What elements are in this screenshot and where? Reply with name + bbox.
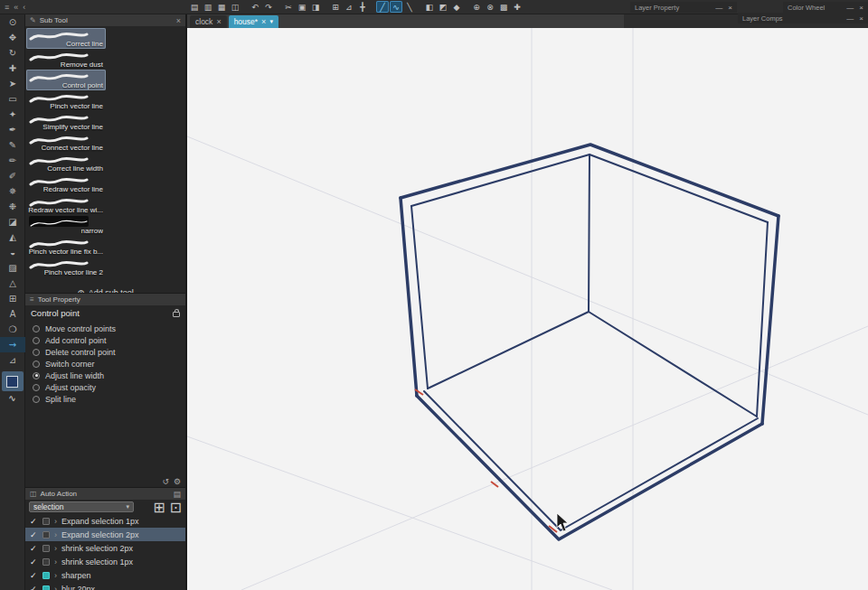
checkbox-checked-icon[interactable]: ✓ bbox=[30, 530, 38, 539]
airbrush-tool-icon[interactable]: ✵ bbox=[0, 183, 25, 199]
add-subtool-button[interactable]: ⊕ Add sub tool bbox=[25, 283, 185, 294]
document-tab[interactable]: clock × ▾ bbox=[190, 15, 227, 28]
subtool-item[interactable]: Connect vector line bbox=[26, 132, 106, 153]
tool-property-option[interactable]: Switch corner bbox=[25, 358, 185, 370]
subtool-item[interactable]: Control point bbox=[26, 70, 106, 90]
minimize-icon[interactable]: — bbox=[715, 4, 722, 12]
checkbox-checked-icon[interactable]: ✓ bbox=[30, 557, 38, 567]
snap-ruler-icon[interactable]: ⊿ bbox=[343, 1, 355, 13]
eraser-tool-icon[interactable]: ◪ bbox=[0, 214, 25, 229]
close-icon[interactable]: × bbox=[859, 4, 863, 12]
reset-tool-icon[interactable]: ↺ bbox=[162, 477, 169, 486]
tool-property-option[interactable]: Adjust line width bbox=[25, 370, 185, 381]
auto-action-row[interactable]: ✓ › sharpen bbox=[25, 568, 185, 582]
radio-icon[interactable] bbox=[33, 384, 40, 391]
frame-border-tool-icon[interactable]: ⊞ bbox=[0, 291, 25, 306]
radio-icon[interactable] bbox=[33, 396, 40, 403]
tab-menu-icon[interactable]: ▾ bbox=[269, 18, 273, 25]
line-correction-tool-icon[interactable]: ⇝ bbox=[0, 337, 25, 352]
expand-chevron-icon[interactable]: › bbox=[54, 544, 57, 553]
undo-icon[interactable]: ↶ bbox=[249, 1, 261, 13]
save-icon[interactable]: ▦ bbox=[215, 1, 228, 13]
close-icon[interactable]: × bbox=[859, 14, 863, 23]
zoom-tool-icon[interactable]: ⊙ bbox=[0, 14, 25, 30]
wrench-settings-icon[interactable]: ⚙ bbox=[174, 477, 181, 486]
expand-chevron-icon[interactable]: › bbox=[54, 557, 57, 567]
ruler-tool-icon[interactable]: ⊿ bbox=[0, 352, 25, 368]
close-tab-icon[interactable]: × bbox=[261, 17, 266, 26]
new-file-icon[interactable]: ▤ bbox=[188, 1, 201, 13]
checkbox-checked-icon[interactable]: ✓ bbox=[30, 517, 38, 526]
auto-action-row[interactable]: ✓ › shrink selection 2px bbox=[25, 541, 185, 555]
material-panel-icon[interactable]: ◧ bbox=[423, 1, 436, 13]
checkbox-checked-icon[interactable]: ✓ bbox=[30, 585, 38, 590]
redo-icon[interactable]: ↷ bbox=[262, 1, 275, 13]
subtool-item[interactable]: narrow bbox=[26, 215, 106, 236]
subtool-item[interactable]: Pinch vector line 2 bbox=[26, 257, 106, 277]
line-style-icon[interactable]: ∿ bbox=[0, 393, 24, 403]
tool-property-option[interactable]: Delete control point bbox=[25, 346, 185, 358]
balloon-tool-icon[interactable]: ❍ bbox=[0, 322, 25, 337]
open-file-icon[interactable]: ▥ bbox=[202, 1, 214, 13]
figure-tool-icon[interactable]: △ bbox=[0, 276, 25, 291]
cut-icon[interactable]: ✂ bbox=[282, 1, 295, 13]
lock-icon[interactable] bbox=[173, 312, 180, 317]
minimize-icon[interactable]: — bbox=[846, 14, 854, 23]
fill-tool-icon[interactable]: ◒ bbox=[0, 245, 25, 260]
tool-property-option[interactable]: Add control point bbox=[25, 334, 185, 346]
tool-property-header[interactable]: ≡ Tool Property bbox=[25, 294, 185, 305]
transform-icon[interactable]: ✚ bbox=[511, 1, 524, 13]
add-layer-icon[interactable]: ⊕ bbox=[470, 1, 483, 13]
close-tab-icon[interactable]: × bbox=[216, 17, 221, 26]
tool-property-option[interactable]: Split line bbox=[25, 393, 185, 405]
hand-tool-icon[interactable]: ✥ bbox=[0, 30, 25, 45]
auto-action-row[interactable]: ✓ › Expand selection 1px bbox=[25, 514, 185, 528]
radio-icon[interactable] bbox=[33, 361, 40, 368]
copy-icon[interactable]: ▣ bbox=[296, 1, 308, 13]
text-tool-icon[interactable]: A bbox=[0, 306, 25, 322]
close-icon[interactable]: × bbox=[728, 4, 732, 12]
subtool-panel-header[interactable]: ✎ Sub Tool × bbox=[25, 14, 185, 26]
current-color-cell[interactable] bbox=[2, 371, 24, 391]
print-icon[interactable]: ◫ bbox=[229, 1, 241, 13]
gradient-tool-icon[interactable]: ▨ bbox=[0, 260, 25, 276]
checkbox-checked-icon[interactable]: ✓ bbox=[30, 571, 38, 580]
blend-tool-icon[interactable]: ◭ bbox=[0, 229, 25, 245]
auto-select-tool-icon[interactable]: ✦ bbox=[0, 107, 25, 122]
panel-menu-icon[interactable]: ▤ bbox=[173, 490, 181, 499]
checkbox-checked-icon[interactable]: ✓ bbox=[30, 544, 38, 553]
radio-icon[interactable] bbox=[33, 372, 40, 379]
prev-arrow-icon[interactable]: ‹ bbox=[23, 3, 25, 12]
close-panel-icon[interactable]: × bbox=[176, 16, 181, 25]
symmetry-line-icon[interactable]: ╲ bbox=[403, 1, 416, 13]
layer-property-panel-header[interactable]: Layer Property — × bbox=[630, 2, 737, 13]
move-layer-tool-icon[interactable]: ✚ bbox=[0, 61, 25, 76]
radio-icon[interactable] bbox=[33, 337, 40, 344]
layer-comps-panel-header[interactable]: Layer Comps — × bbox=[738, 13, 868, 23]
subtool-item[interactable]: Redraw vector line wi... bbox=[26, 194, 106, 215]
radio-icon[interactable] bbox=[33, 325, 40, 332]
brush-tool-icon[interactable]: ✐ bbox=[0, 168, 25, 183]
tool-property-option[interactable]: Adjust opacity bbox=[25, 381, 185, 393]
minimize-icon[interactable]: — bbox=[846, 4, 854, 12]
subtool-item[interactable]: Remove dust bbox=[26, 49, 106, 70]
auto-action-row[interactable]: ✓ › Expand selection 2px bbox=[25, 528, 185, 541]
color-wheel-panel-header[interactable]: Color Wheel — × bbox=[783, 2, 868, 13]
expand-chevron-icon[interactable]: › bbox=[54, 517, 57, 526]
subtool-item[interactable]: Pinch vector line bbox=[26, 90, 106, 111]
tool-property-option[interactable]: Move control points bbox=[25, 323, 185, 334]
subtool-item[interactable]: Pinch vector line fix b... bbox=[26, 236, 106, 257]
action-set-dropdown[interactable]: selection ▾ bbox=[29, 501, 134, 512]
document-tab[interactable]: house* × ▾ bbox=[229, 15, 278, 28]
merge-layer-icon[interactable]: ⊗ bbox=[484, 1, 496, 13]
auto-action-row[interactable]: ✓ › blur 20px bbox=[25, 582, 185, 590]
app-menu-icon[interactable]: ≡ bbox=[5, 3, 9, 12]
object-list-icon[interactable]: ◆ bbox=[450, 1, 463, 13]
eyedropper-tool-icon[interactable]: ✒ bbox=[0, 122, 25, 137]
selection-tool-icon[interactable]: ▭ bbox=[0, 91, 25, 107]
subtool-item[interactable]: Simplify vector line bbox=[26, 111, 106, 132]
expand-chevron-icon[interactable]: › bbox=[54, 585, 57, 590]
subtool-item[interactable]: Correct line width bbox=[26, 153, 106, 173]
drawing-canvas[interactable] bbox=[187, 28, 868, 590]
screen-tone-icon[interactable]: ▩ bbox=[497, 1, 510, 13]
